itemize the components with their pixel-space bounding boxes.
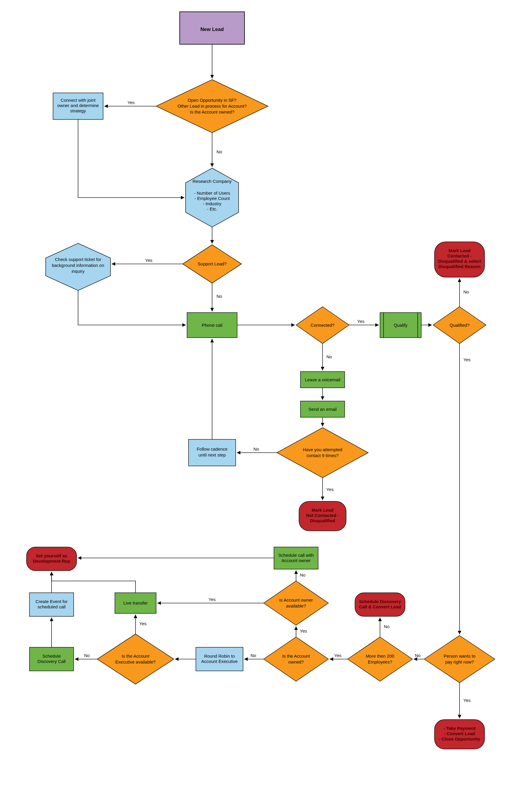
edge-live-devrep xyxy=(52,572,135,593)
label-qualified-no: No xyxy=(463,289,469,294)
svg-marker-18 xyxy=(424,635,495,683)
text-tp-1: - Take Payment xyxy=(444,726,476,731)
label-attempt9-yes: Yes xyxy=(326,487,334,492)
node-support-lead: Support Lead? xyxy=(183,245,242,283)
text-fc-2: until next step xyxy=(198,452,226,457)
text-mc-2: Contacted - xyxy=(448,253,472,258)
label-connected-no: No xyxy=(326,354,332,359)
label-openopp-no: No xyxy=(216,149,222,154)
text-rc-4: - Industry xyxy=(203,201,222,206)
text-mnc-2: Not Contacted - xyxy=(306,513,339,518)
node-pay-now: Person wants to pay right now? xyxy=(424,635,495,683)
text-sd-1: Schedule xyxy=(42,653,61,658)
node-qualify: Qualify xyxy=(380,313,421,338)
text-sd-2: Discovery Call xyxy=(37,659,66,664)
node-connected: Connected? xyxy=(296,307,349,344)
text-rc-1: Research Company xyxy=(193,179,232,184)
label-emp200-yes: Yes xyxy=(334,653,341,658)
text-pn-2: pay right now? xyxy=(445,659,474,665)
text-ct-3: inquiry xyxy=(72,269,85,274)
text-rc-5: - Etc. xyxy=(207,206,217,212)
text-sdc-1: Schedule Discovery xyxy=(359,599,401,604)
label-emp200-no: No xyxy=(384,624,390,629)
text-open-opp-3: Is the Account owned? xyxy=(190,109,234,114)
node-schedule-discovery-convert: Schedule Discovery Call & Convert Lead xyxy=(355,593,405,616)
svg-marker-20 xyxy=(347,637,413,681)
node-ae-available: Is the Account Executive available? xyxy=(97,634,174,684)
text-sd-r1: Set yourself as xyxy=(36,553,68,558)
text-ce-2: scheduled call xyxy=(37,604,65,609)
text-mc-3: Disqualified & select xyxy=(438,259,481,264)
node-round-robin: Round Robin to Account Executive xyxy=(196,647,243,671)
text-q: Qualify xyxy=(394,323,408,328)
edge-connect-research xyxy=(78,120,185,198)
svg-marker-26 xyxy=(97,634,174,684)
label-acctowned-no: No xyxy=(250,653,256,658)
text-rr-2: Account Executive xyxy=(201,659,238,664)
flowchart-canvas: New Lead Open Opportunity in SF? Other L… xyxy=(0,0,532,798)
text-ao-1: Is the Account xyxy=(282,653,310,658)
node-set-dev-rep: Set yourself as Development Rep xyxy=(26,547,77,570)
svg-marker-23 xyxy=(264,581,328,625)
node-leave-voicemail: Leave a voicemail xyxy=(301,371,345,388)
node-schedule-discovery-call: Schedule Discovery Call xyxy=(30,647,74,671)
label-paynow-yes: Yes xyxy=(463,698,471,703)
text-e200-2: Employees? xyxy=(368,659,392,665)
text-pc: Phone call xyxy=(202,323,223,328)
node-qualified: Qualified? xyxy=(433,307,486,344)
node-attempted-9: Have you attempted contact 9 times? xyxy=(277,428,368,478)
text-se: Send an email xyxy=(308,407,337,412)
text-sl: Support Lead? xyxy=(198,261,227,266)
text-sco-2: Account owner xyxy=(281,558,310,563)
text-lt: Live transfer xyxy=(124,600,148,605)
label-owneravail-yes: Yes xyxy=(209,597,216,602)
node-mark-contacted-dq: Mark Lead Contacted - Disqualified & sel… xyxy=(435,242,484,277)
label-acctowned-yes: Yes xyxy=(300,629,307,633)
text-tp-2: - Convert Lead xyxy=(444,731,475,736)
text-a9-1: Have you attempted xyxy=(303,447,342,452)
text-ae-1: Is the Account xyxy=(122,653,150,658)
text-open-opp-2: Other Lead in process for Account? xyxy=(177,104,247,109)
node-research-company: Research Company - Number of Users - Emp… xyxy=(186,168,239,227)
label-connected-yes: Yes xyxy=(357,319,364,324)
node-owner-available: Is Account owner available? xyxy=(264,581,328,625)
text-cj-1: Connect with joint xyxy=(61,97,96,103)
text-oa-1: Is Account owner xyxy=(279,597,313,602)
text-conn: Connected? xyxy=(311,323,335,328)
node-mark-not-contacted: Mark Lead Not Contacted - Disqualified xyxy=(299,501,346,531)
node-account-owned: Is the Account owned? xyxy=(264,637,328,681)
node-phone-call: Phone call xyxy=(187,313,237,338)
text-mc-4: Disqualified Reason xyxy=(438,264,480,269)
label-support-no: No xyxy=(216,294,222,299)
text-tp-3: - Close Opportunity xyxy=(439,736,480,741)
text-vm: Leave a voicemail xyxy=(305,377,340,382)
node-create-event: Create Event for scheduled call xyxy=(30,593,74,616)
text-sdc-2: Call & Convert Lead xyxy=(359,604,401,609)
text-e200-1: More then 200 xyxy=(366,653,395,658)
text-rc-3: - Employee Count xyxy=(194,196,230,201)
text-rc-2: - Number of Users xyxy=(194,191,230,196)
label-aeavail-yes: Yes xyxy=(139,621,147,626)
text-ao-2: owned? xyxy=(288,659,304,665)
text-open-opp-1: Open Opportunity in SF? xyxy=(188,97,236,103)
node-200-employees: More then 200 Employees? xyxy=(347,637,413,681)
node-follow-cadence: Follow cadence until next step xyxy=(189,439,236,466)
node-take-payment: - Take Payment - Convert Lead - Close Op… xyxy=(435,720,484,749)
node-new-lead: New Lead xyxy=(180,12,245,44)
text-pn-1: Person wants to xyxy=(444,653,475,658)
text-mnc-3: Disqualified xyxy=(310,518,335,523)
label-attempt9-no: No xyxy=(253,447,259,452)
label-paynow-no: No xyxy=(415,653,420,658)
text-a9-2: contact 9 times? xyxy=(306,453,339,458)
text-oa-2: available? xyxy=(286,603,306,609)
text-fc-1: Follow cadence xyxy=(197,447,227,452)
text-cj-3: strategy xyxy=(70,108,86,113)
node-send-email: Send an email xyxy=(301,401,345,417)
text-ct-1: Check support ticket for xyxy=(55,257,101,262)
svg-marker-22 xyxy=(264,637,328,681)
text-mnc-1: Mark Lead xyxy=(312,508,334,512)
node-open-opportunity: Open Opportunity in SF? Other Lead in pr… xyxy=(156,79,268,133)
node-check-support-ticket: Check support ticket for background info… xyxy=(46,243,111,290)
text-ce-1: Create Event for xyxy=(35,599,68,604)
text-cj-2: owner and determine xyxy=(57,103,99,108)
